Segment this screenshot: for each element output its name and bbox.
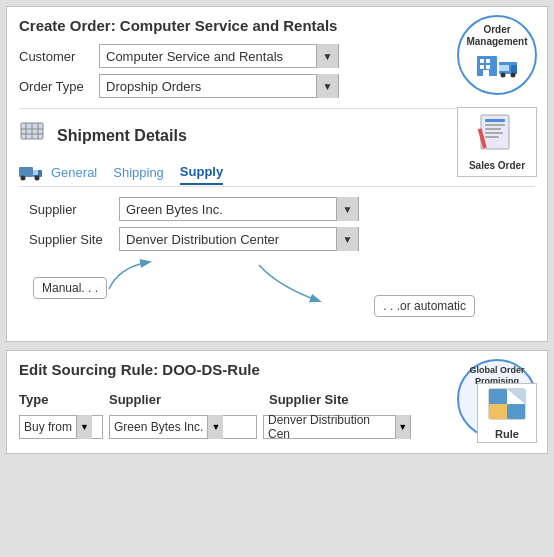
supplier-site-select-arrow[interactable]: ▼	[336, 227, 358, 251]
tab-shipping[interactable]: Shipping	[113, 165, 164, 184]
svg-rect-12	[485, 119, 505, 122]
svg-rect-7	[511, 65, 517, 74]
supplier-label: Supplier	[29, 202, 119, 217]
col-supplier-header: Supplier	[109, 392, 269, 407]
supplier-select-text: Green Bytes Inc.	[120, 200, 336, 219]
svg-rect-2	[486, 59, 490, 63]
svg-point-27	[21, 176, 26, 181]
bottom-supplier-select[interactable]: Green Bytes Inc. ▼	[109, 415, 257, 439]
supplier-site-select[interactable]: Denver Distribution Center ▼	[119, 227, 359, 251]
bottom-title: Edit Sourcing Rule: DOO-DS-Rule	[19, 361, 535, 378]
order-type-select-arrow[interactable]: ▼	[316, 74, 338, 98]
bottom-site-select[interactable]: Denver Distribution Cen ▼	[263, 415, 411, 439]
main-container: Create Order: Computer Service and Renta…	[0, 0, 554, 460]
callout-automatic: . . .or automatic	[374, 295, 475, 317]
customer-select[interactable]: Computer Service and Rentals ▼	[99, 44, 339, 68]
svg-rect-26	[33, 170, 38, 175]
sales-order-icon	[477, 113, 517, 156]
svg-rect-40	[489, 389, 507, 404]
customer-select-arrow[interactable]: ▼	[316, 44, 338, 68]
svg-rect-15	[485, 132, 503, 134]
svg-rect-41	[507, 404, 525, 419]
top-panel: Create Order: Computer Service and Renta…	[6, 6, 548, 342]
order-management-label: Order Management	[459, 24, 535, 48]
order-type-select[interactable]: Dropship Orders ▼	[99, 74, 339, 98]
truck-icon	[19, 163, 41, 186]
supplier-select-arrow[interactable]: ▼	[336, 197, 358, 221]
svg-rect-10	[499, 65, 509, 71]
supply-form: Supplier Green Bytes Inc. ▼ Supplier Sit…	[19, 197, 535, 251]
supplier-row: Supplier Green Bytes Inc. ▼	[29, 197, 535, 221]
col-type-header: Type	[19, 392, 109, 407]
svg-point-9	[511, 73, 516, 78]
svg-rect-13	[485, 124, 505, 126]
svg-rect-3	[480, 65, 484, 69]
tab-general[interactable]: General	[51, 165, 97, 184]
customer-select-text: Computer Service and Rentals	[100, 47, 316, 66]
cart-icon	[19, 119, 47, 153]
table-row: Buy from ▼ Green Bytes Inc. ▼ Denver Dis…	[19, 415, 535, 439]
bottom-supplier-select-arrow[interactable]: ▼	[207, 415, 223, 439]
order-type-select-text: Dropship Orders	[100, 77, 316, 96]
col-supplier-site-header: Supplier Site	[269, 392, 439, 407]
sales-order-badge[interactable]: Sales Order	[457, 107, 537, 177]
shipment-title: Shipment Details	[57, 127, 187, 145]
order-type-label: Order Type	[19, 79, 99, 94]
svg-rect-14	[485, 128, 501, 130]
supplier-site-row: Supplier Site Denver Distribution Center…	[29, 227, 535, 251]
type-select[interactable]: Buy from ▼	[19, 415, 103, 439]
rule-badge[interactable]: Rule	[477, 383, 537, 443]
svg-rect-42	[489, 404, 507, 419]
sales-order-label: Sales Order	[469, 160, 525, 172]
bottom-site-select-text: Denver Distribution Cen	[264, 411, 395, 443]
svg-point-28	[35, 176, 40, 181]
rule-icon	[487, 387, 527, 428]
svg-rect-4	[486, 65, 490, 69]
svg-rect-24	[19, 167, 33, 177]
type-select-arrow[interactable]: ▼	[76, 415, 92, 439]
svg-rect-5	[483, 70, 489, 76]
svg-point-8	[501, 73, 506, 78]
svg-rect-16	[485, 136, 499, 138]
svg-rect-1	[480, 59, 484, 63]
supplier-site-select-text: Denver Distribution Center	[120, 230, 336, 249]
tab-supply[interactable]: Supply	[180, 164, 223, 185]
order-type-row: Order Type Dropship Orders ▼	[19, 74, 535, 98]
supplier-select[interactable]: Green Bytes Inc. ▼	[119, 197, 359, 221]
customer-label: Customer	[19, 49, 99, 64]
bottom-supplier-select-text: Green Bytes Inc.	[110, 418, 207, 436]
rule-label: Rule	[495, 428, 519, 440]
page-title: Create Order: Computer Service and Renta…	[19, 17, 535, 34]
type-select-text: Buy from	[20, 418, 76, 436]
supplier-site-label: Supplier Site	[29, 232, 119, 247]
callout-manual: Manual. . .	[33, 277, 107, 299]
annotations-area: Manual. . . . . .or automatic	[19, 257, 535, 327]
order-management-icon	[475, 52, 519, 86]
order-management-badge[interactable]: Order Management	[457, 15, 537, 95]
bottom-site-select-arrow[interactable]: ▼	[395, 415, 410, 439]
bottom-panel: Edit Sourcing Rule: DOO-DS-Rule Global O…	[6, 350, 548, 454]
